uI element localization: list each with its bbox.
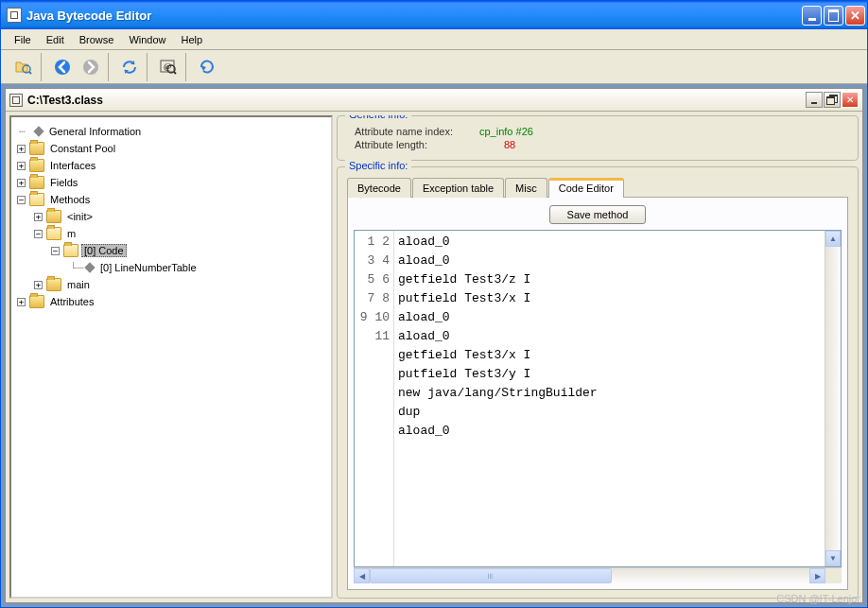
folder-icon [29,295,44,308]
expand-icon[interactable]: + [17,298,26,306]
scroll-track[interactable] [370,568,809,583]
undo-button[interactable] [194,54,220,80]
attr-length-label: Attribute length: [347,139,479,150]
forward-icon [81,58,100,77]
generic-info-panel: Generic info: Attribute name index: cp_i… [337,115,859,161]
child-title: C:\Test3.class [27,94,806,107]
scroll-up-icon[interactable]: ▲ [825,231,841,247]
tab-misc[interactable]: Misc [505,178,547,198]
menu-browse[interactable]: Browse [72,32,122,47]
right-panel: Generic info: Attribute name index: cp_i… [337,115,859,599]
diamond-icon [84,262,95,272]
collapse-icon[interactable]: − [34,230,43,238]
tree-constant-pool[interactable]: + Constant Pool [17,140,325,157]
scroll-thumb[interactable] [370,568,612,583]
svg-line-7 [174,72,176,74]
svg-point-2 [55,60,70,75]
child-window: C:\Test3.class ✕ ┄ General Informatio [5,88,863,603]
back-button[interactable] [49,54,76,80]
folder-open-icon [29,193,44,206]
attr-length-value: 88 [479,139,515,150]
vertical-scrollbar[interactable]: ▲ ▼ [825,231,841,566]
folder-icon [46,210,61,223]
menu-file[interactable]: File [7,32,39,47]
generic-legend: Generic info: [345,115,411,120]
tree-methods[interactable]: − Methods [17,191,325,208]
collapse-icon[interactable]: − [17,196,26,204]
watermark: CSDN @IT-Lenjor [776,593,860,604]
collapse-icon[interactable]: − [51,247,60,255]
specific-info-panel: Specific info: Bytecode Exception table … [337,166,859,599]
tree-m[interactable]: − m [34,225,325,242]
svg-line-1 [29,72,31,74]
child-restore-button[interactable] [824,92,841,108]
titlebar[interactable]: Java Bytecode Editor ✕ [1,1,867,29]
specific-legend: Specific info: [345,160,411,171]
toolbar: @ [1,50,867,84]
tree-main[interactable]: + main [34,276,325,293]
tree-line-number-table[interactable]: └┄ [0] LineNumberTable [68,259,325,276]
line-gutter: 1 2 3 4 5 6 7 8 9 10 11 [355,231,394,566]
folder-open-icon [63,244,78,257]
menu-edit[interactable]: Edit [39,32,72,47]
window-title: Java Bytecode Editor [26,9,802,23]
tab-exception[interactable]: Exception table [412,178,504,198]
tree-panel[interactable]: ┄ General Information + Constant Pool [9,115,333,599]
attr-name-index-value: cp_info #26 [479,126,533,137]
folder-search-icon [14,58,33,77]
tree-interfaces[interactable]: + Interfaces [17,157,325,174]
tab-content: Save method 1 2 3 4 5 6 7 8 9 10 11 aloa… [347,197,848,590]
child-close-button[interactable]: ✕ [842,92,859,108]
scroll-track[interactable] [825,247,841,550]
content-area: ┄ General Information + Constant Pool [6,112,862,602]
horizontal-scrollbar[interactable]: ◀ ▶ [354,567,842,583]
menu-bar: File Edit Browse Window Help [1,29,867,50]
main-window: Java Bytecode Editor ✕ File Edit Browse … [0,0,868,608]
maximize-button[interactable] [824,6,843,26]
scroll-down-icon[interactable]: ▼ [825,550,841,566]
document-icon [9,94,23,107]
child-minimize-button[interactable] [806,92,823,108]
folder-icon [29,176,44,189]
attr-name-index-label: Attribute name index: [347,126,479,137]
code-text[interactable]: aload_0 aload_0 getfield Test3/z I putfi… [394,231,825,566]
refresh-icon [120,58,139,77]
minimize-button[interactable] [802,6,822,26]
expand-icon[interactable]: + [34,281,43,289]
tree-fields[interactable]: + Fields [17,174,325,191]
tree-general-info[interactable]: ┄ General Information [17,123,325,140]
child-titlebar[interactable]: C:\Test3.class ✕ [6,89,862,112]
back-icon [53,58,72,77]
folder-open-icon [46,227,61,240]
open-button[interactable] [10,54,37,80]
app-icon [7,8,22,23]
expand-icon[interactable]: + [17,145,26,153]
folder-icon [29,159,44,172]
save-method-button[interactable]: Save method [549,205,647,224]
scroll-right-icon[interactable]: ▶ [809,568,825,583]
expand-icon[interactable]: + [17,179,26,187]
scroll-corner [825,568,842,583]
mdi-area: C:\Test3.class ✕ ┄ General Informatio [1,84,867,607]
tab-code-editor[interactable]: Code Editor [548,178,624,198]
expand-icon[interactable]: + [17,162,26,170]
tab-bar: Bytecode Exception table Misc Code Edito… [347,177,848,197]
expand-icon[interactable]: + [34,213,43,221]
menu-window[interactable]: Window [121,32,173,47]
menu-help[interactable]: Help [174,32,211,47]
diamond-icon [33,126,43,136]
folder-icon [29,142,44,155]
tab-bytecode[interactable]: Bytecode [347,178,411,198]
inspect-button[interactable]: @ [155,54,182,80]
tree-attributes[interactable]: + Attributes [17,293,325,310]
tree-init[interactable]: + <init> [34,208,325,225]
close-button[interactable]: ✕ [845,6,865,26]
tree-code[interactable]: − [0] Code [51,242,325,259]
scroll-left-icon[interactable]: ◀ [354,568,370,583]
svg-point-3 [83,60,98,75]
code-editor: 1 2 3 4 5 6 7 8 9 10 11 aload_0 aload_0 … [354,230,842,567]
undo-icon [198,58,217,77]
inspect-icon: @ [159,58,178,77]
forward-button[interactable] [78,54,104,80]
refresh-button[interactable] [116,54,143,80]
